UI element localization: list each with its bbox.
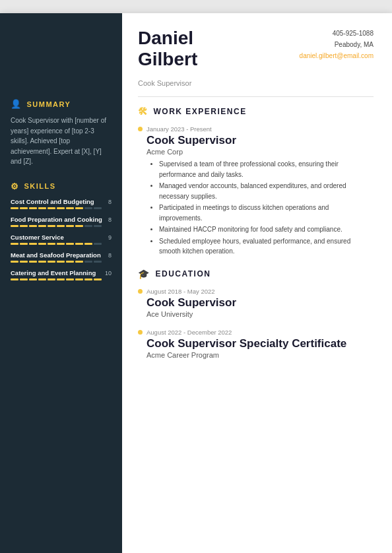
skill-item-4: Meat and Seafood Preparation 8 — [11, 251, 112, 263]
skill-name-2: Food Preparation and Cooking — [11, 216, 102, 223]
work-entry-1-bullets: Supervised a team of three professional … — [152, 159, 374, 257]
skill-item-3: Customer Service 9 — [11, 234, 112, 245]
edu-entry-1-date: August 2018 - May 2022 — [138, 288, 374, 295]
work-experience-title: 🛠 Work Experience — [138, 106, 374, 117]
person-icon: 👤 — [11, 99, 22, 109]
location: Peabody, MA — [300, 39, 374, 50]
work-entry-1-title: Cook Supervisor — [147, 134, 374, 147]
skill-name-3: Customer Service — [11, 234, 64, 241]
skill-item-2: Food Preparation and Cooking 8 — [11, 216, 112, 227]
edu-date-dot-1 — [138, 289, 143, 294]
email: daniel.gilbert@email.com — [300, 50, 374, 61]
edu-entry-2-institution: Acme Career Program — [147, 351, 374, 359]
skill-bar-5 — [11, 278, 112, 280]
sidebar: 👤 Summary Cook Supervisor with [number o… — [0, 13, 122, 553]
full-name: Daniel Gilbert — [138, 28, 197, 70]
skills-section-title: ⚙ Skills — [11, 181, 112, 191]
main-content: Daniel Gilbert 405-925-1088 Peabody, MA … — [122, 13, 392, 553]
work-entry-1-company: Acme Corp — [147, 148, 374, 156]
skill-score-4: 8 — [108, 252, 112, 259]
edu-entry-2: August 2022 - December 2022 Cook Supervi… — [138, 329, 374, 359]
skill-bar-4 — [11, 261, 112, 263]
graduation-icon: 🎓 — [138, 269, 150, 279]
gear-icon: ⚙ — [11, 181, 20, 191]
resume-header: Daniel Gilbert 405-925-1088 Peabody, MA … — [138, 28, 374, 75]
edu-entry-1-institution: Ace University — [147, 310, 374, 318]
work-experience-section: 🛠 Work Experience January 2023 - Present… — [138, 106, 374, 257]
skill-name-1: Cost Control and Budgeting — [11, 198, 94, 205]
briefcase-icon: 🛠 — [138, 106, 148, 117]
edu-date-dot-2 — [138, 330, 143, 335]
skill-item-1: Cost Control and Budgeting 8 — [11, 198, 112, 209]
skill-score-5: 10 — [105, 270, 112, 276]
edu-entry-2-date: August 2022 - December 2022 — [138, 329, 374, 336]
work-entry-1-date: January 2023 - Present — [138, 125, 374, 133]
edu-entry-1: August 2018 - May 2022 Cook Supervisor A… — [138, 288, 374, 318]
skills-section: ⚙ Skills Cost Control and Budgeting 8 Fo… — [11, 181, 112, 280]
skill-score-1: 8 — [108, 199, 112, 205]
summary-section-title: 👤 Summary — [11, 99, 112, 109]
work-entry-1: January 2023 - Present Cook Supervisor A… — [138, 125, 374, 257]
summary-text: Cook Supervisor with [number of years] e… — [11, 115, 112, 167]
skill-bar-1 — [11, 207, 112, 209]
header-name-block: Daniel Gilbert — [138, 28, 197, 70]
bullet-1: Supervised a team of three professional … — [159, 159, 374, 179]
edu-entry-1-title: Cook Supervisor — [147, 296, 374, 309]
skill-name-4: Meat and Seafood Preparation — [11, 251, 101, 259]
phone: 405-925-1088 — [300, 28, 374, 39]
header-divider — [138, 96, 374, 97]
education-section-title: 🎓 Education — [138, 269, 374, 279]
bullet-2: Managed vendor accounts, balanced expend… — [159, 181, 374, 201]
bullet-5: Scheduled employee hours, evaluated perf… — [159, 236, 374, 257]
bullet-4: Maintained HACCP monitoring for food saf… — [159, 224, 374, 235]
skill-bar-2 — [11, 225, 112, 227]
bullet-3: Participated in meetings to discuss kitc… — [159, 203, 374, 223]
edu-entry-2-title: Cook Supervisor Specialty Certificate — [147, 337, 374, 350]
skill-bar-3 — [11, 243, 112, 245]
header-role: Cook Supervisor — [138, 79, 374, 87]
sidebar-profile-space — [11, 26, 112, 99]
skill-item-5: Catering and Event Planning 10 — [11, 269, 112, 280]
skill-score-3: 9 — [108, 234, 112, 241]
resume-container: 👤 Summary Cook Supervisor with [number o… — [0, 13, 392, 553]
education-section: 🎓 Education August 2018 - May 2022 Cook … — [138, 269, 374, 359]
skill-score-2: 8 — [108, 216, 112, 223]
skill-name-5: Catering and Event Planning — [11, 269, 96, 276]
date-dot — [138, 127, 143, 131]
header-contact: 405-925-1088 Peabody, MA daniel.gilbert@… — [300, 28, 374, 61]
